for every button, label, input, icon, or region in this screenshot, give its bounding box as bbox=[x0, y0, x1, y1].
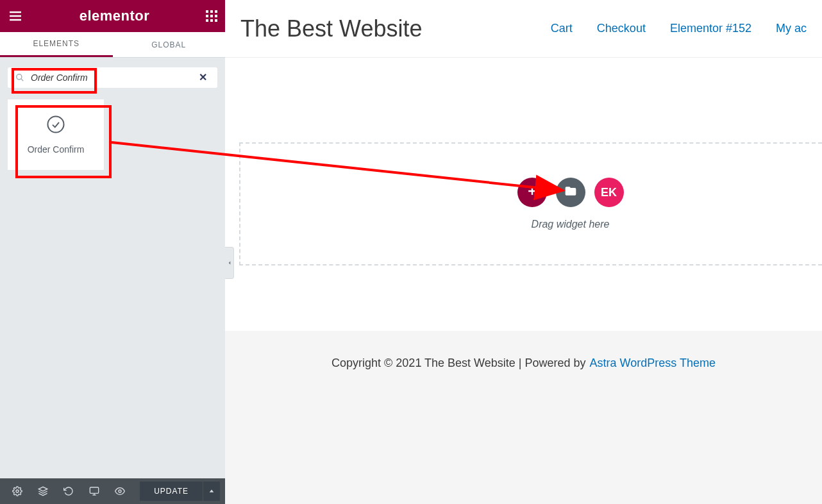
update-button[interactable]: UPDATE bbox=[140, 482, 203, 501]
svg-rect-10 bbox=[210, 19, 213, 22]
editor-canvas: EK Drag widget here bbox=[225, 58, 822, 331]
sidebar-panel: elementor ELEMENTS GLOBAL ✕ Order Confir… bbox=[0, 0, 225, 504]
svg-rect-11 bbox=[215, 19, 217, 22]
menu-icon[interactable] bbox=[8, 8, 23, 24]
svg-rect-6 bbox=[206, 15, 208, 17]
clear-search-icon[interactable]: ✕ bbox=[196, 72, 210, 83]
update-button-group: UPDATE bbox=[140, 482, 220, 501]
svg-rect-7 bbox=[210, 15, 213, 17]
svg-point-14 bbox=[48, 117, 64, 133]
svg-marker-16 bbox=[38, 487, 47, 491]
main-area: The Best Website Cart Checkout Elementor… bbox=[225, 0, 822, 504]
widget-order-confirm[interactable]: Order Confirm bbox=[8, 99, 104, 170]
svg-marker-21 bbox=[210, 490, 214, 492]
history-icon[interactable] bbox=[56, 478, 81, 504]
nav-link-account[interactable]: My ac bbox=[776, 22, 807, 35]
tab-global[interactable]: GLOBAL bbox=[113, 32, 226, 57]
svg-rect-4 bbox=[210, 10, 213, 13]
ekit-icon: EK bbox=[601, 186, 617, 199]
footer-theme-link[interactable]: Astra WordPress Theme bbox=[590, 357, 716, 370]
svg-point-15 bbox=[16, 490, 19, 492]
svg-rect-3 bbox=[206, 10, 208, 13]
search-wrapper: ✕ bbox=[0, 58, 225, 94]
page-header: The Best Website Cart Checkout Elementor… bbox=[225, 0, 822, 58]
site-footer: Copyright © 2021 The Best Website | Powe… bbox=[225, 331, 822, 504]
svg-point-12 bbox=[17, 74, 22, 80]
footer-text: Copyright © 2021 The Best Website | Powe… bbox=[331, 357, 585, 370]
update-dropdown-button[interactable] bbox=[203, 482, 220, 501]
nav-link-checkout[interactable]: Checkout bbox=[597, 22, 646, 35]
drop-zone[interactable]: EK Drag widget here bbox=[239, 142, 822, 265]
add-section-button[interactable] bbox=[517, 178, 547, 207]
preview-icon[interactable] bbox=[108, 478, 132, 504]
plus-icon bbox=[526, 185, 539, 200]
svg-line-13 bbox=[21, 79, 24, 81]
nav-link-elementor[interactable]: Elementor #152 bbox=[670, 22, 751, 35]
svg-rect-5 bbox=[215, 10, 217, 13]
widget-label: Order Confirm bbox=[28, 144, 85, 155]
svg-rect-8 bbox=[215, 15, 217, 17]
search-box: ✕ bbox=[8, 67, 217, 88]
sidebar-footer: UPDATE bbox=[0, 478, 225, 504]
settings-icon[interactable] bbox=[5, 478, 29, 504]
svg-rect-9 bbox=[206, 19, 208, 22]
site-title: The Best Website bbox=[240, 15, 422, 42]
tab-elements[interactable]: ELEMENTS bbox=[0, 32, 113, 57]
svg-rect-17 bbox=[90, 487, 98, 493]
nav-link-cart[interactable]: Cart bbox=[551, 22, 573, 35]
collapse-panel-button[interactable] bbox=[225, 247, 234, 279]
zone-button-row: EK bbox=[517, 178, 624, 207]
navigator-icon[interactable] bbox=[31, 478, 55, 504]
search-input[interactable] bbox=[27, 71, 196, 84]
check-circle-icon bbox=[46, 115, 65, 137]
svg-marker-22 bbox=[228, 261, 230, 264]
widgets-list: Order Confirm bbox=[0, 94, 225, 175]
drag-hint-label: Drag widget here bbox=[532, 219, 610, 230]
responsive-icon[interactable] bbox=[82, 478, 106, 504]
nav-links: Cart Checkout Elementor #152 My ac bbox=[551, 22, 807, 35]
folder-icon bbox=[564, 185, 577, 200]
sidebar-tabs: ELEMENTS GLOBAL bbox=[0, 32, 225, 58]
sidebar-header: elementor bbox=[0, 0, 225, 32]
brand-label: elementor bbox=[80, 8, 150, 24]
ekit-library-button[interactable]: EK bbox=[594, 178, 624, 207]
apps-grid-icon[interactable] bbox=[206, 10, 217, 22]
svg-point-20 bbox=[119, 490, 121, 492]
template-library-button[interactable] bbox=[556, 178, 585, 207]
search-icon bbox=[15, 73, 27, 82]
